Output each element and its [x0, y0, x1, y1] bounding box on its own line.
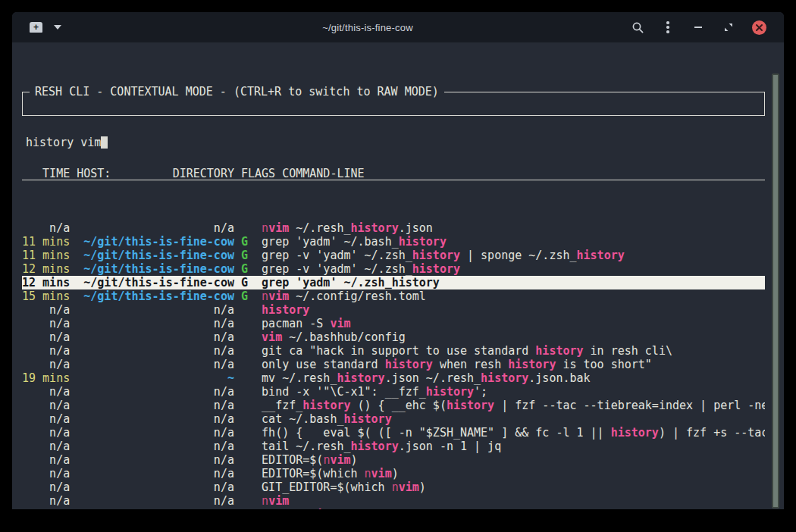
row-directory: n/a — [70, 412, 234, 426]
row-flags — [234, 440, 262, 453]
minimize-button[interactable] — [691, 20, 705, 34]
row-flags: G — [234, 249, 262, 262]
titlebar-right — [602, 20, 784, 35]
row-command-segment: ) — [419, 480, 426, 494]
row-command-segment: history — [337, 371, 384, 385]
row-directory: n/a — [70, 317, 234, 330]
row-time: 12 mins — [22, 262, 70, 276]
row-command-segment: EDITOR=$( — [262, 453, 323, 467]
history-row[interactable]: n/a n/a only use standard history when r… — [22, 358, 765, 371]
restore-button[interactable] — [722, 20, 735, 34]
row-directory: n/a — [70, 385, 234, 399]
row-command-segment: mv ~/.resh_ — [262, 371, 337, 385]
history-row[interactable]: n/a n/a fh() { eval $( ([ -n "$ZSH_NAME"… — [22, 426, 765, 440]
history-row[interactable]: n/a n/a vim ~/.bashhub/config — [22, 330, 765, 344]
row-time: n/a — [22, 385, 70, 399]
row-command-segment: when resh — [433, 358, 508, 371]
history-row[interactable]: 15 mins ~/git/this-is-fine-cow G nvim ~/… — [22, 289, 765, 303]
row-flags — [234, 494, 262, 508]
row-command-segment: ) | fzf +s --tac — [659, 426, 765, 440]
row-command-segment: .json — [399, 221, 433, 235]
history-row[interactable]: n/a n/a nvim ~/.resh_history.json — [22, 221, 765, 235]
row-command-segment: history — [508, 358, 556, 371]
history-row[interactable]: n/a n/a cat ~/.bash_history — [22, 412, 765, 426]
history-row[interactable]: n/a n/a history — [22, 303, 765, 317]
row-command-segment: history — [351, 221, 399, 235]
history-rows: n/a n/a nvim ~/.resh_history.json11 mins… — [22, 221, 765, 509]
row-time: n/a — [22, 453, 70, 467]
row-flags — [234, 412, 262, 426]
history-row[interactable]: 11 mins ~/git/this-is-fine-cow G grep -v… — [22, 249, 765, 262]
minimize-icon — [694, 27, 702, 28]
row-flags — [234, 303, 262, 317]
row-flags — [234, 344, 262, 358]
row-directory: n/a — [70, 426, 234, 440]
history-row[interactable]: n/a n/a __fzf_history () { __ehc $(histo… — [22, 399, 765, 412]
new-tab-icon: + — [30, 22, 42, 33]
history-row[interactable]: n/a n/a GIT_EDITOR=$(which nvim) — [22, 480, 765, 494]
history-row[interactable]: n/a n/a git ca "hack in support to use s… — [22, 344, 765, 358]
row-command-segment: ~/.bashhub/config — [282, 330, 406, 344]
search-box: RESH CLI - CONTEXTUAL MODE - (CTRL+R to … — [22, 92, 765, 116]
row-command-segment: history — [611, 426, 659, 440]
chevron-down-icon[interactable] — [54, 25, 61, 30]
row-flags: G — [234, 289, 262, 303]
row-flags — [234, 371, 262, 385]
row-directory: n/a — [70, 480, 234, 494]
search-button[interactable] — [631, 20, 644, 34]
row-directory: n/a — [70, 453, 234, 467]
row-command-segment: .json -n 1 | jq — [399, 440, 501, 453]
history-row[interactable]: 12 mins ~/git/this-is-fine-cow G grep -v… — [22, 262, 765, 276]
row-directory: n/a — [70, 303, 234, 317]
row-directory: ~ — [70, 371, 234, 385]
row-command-segment: () { __ehc $( — [351, 399, 447, 412]
history-row[interactable]: n/a n/a EDITOR=$(nvim) — [22, 453, 765, 467]
row-time: n/a — [22, 480, 70, 494]
row-time: n/a — [22, 344, 70, 358]
row-command-segment: history — [412, 262, 460, 276]
window-title: ~/git/this-is-fine-cow — [133, 22, 602, 33]
row-flags: G — [234, 262, 262, 276]
row-command-segment: vim — [399, 480, 419, 494]
scrollbar[interactable] — [772, 74, 779, 509]
history-row[interactable]: n/a n/a tail ~/.resh_history.json -n 1 |… — [22, 440, 765, 453]
row-command-segment: n — [365, 467, 371, 480]
search-input[interactable]: history vim — [23, 133, 764, 150]
history-row[interactable]: 11 mins ~/git/this-is-fine-cow G grep 'y… — [22, 235, 765, 249]
close-button[interactable] — [752, 20, 766, 35]
history-row[interactable]: n/a n/a EDITOR=$(which nvim) — [22, 467, 765, 480]
row-directory: n/a — [70, 344, 234, 358]
titlebar: + ~/git/this-is-fine-cow — [12, 12, 784, 42]
row-command-segment: vim — [330, 453, 350, 467]
row-flags — [234, 221, 262, 235]
row-command-segment: grep -v 'yadm' ~/.zsh_ — [262, 249, 412, 262]
row-command-segment: | fzf --tac --tiebreak=index | perl -ne — [494, 399, 765, 412]
row-command-segment: history — [577, 249, 625, 262]
menu-button[interactable] — [661, 20, 675, 34]
row-command-segment: EDITOR=$(which — [262, 467, 364, 480]
row-command-segment: history — [399, 235, 447, 249]
row-command-segment: '; — [474, 385, 487, 399]
text-cursor — [101, 136, 108, 149]
row-directory: ~/git/this-is-fine-cow — [70, 276, 234, 289]
new-tab-button[interactable]: + — [30, 22, 42, 33]
history-row[interactable]: n/a n/a bind -x '"\C-x1": __fzf_history'… — [22, 385, 765, 399]
history-row[interactable]: n/a n/a pacman -S vim — [22, 317, 765, 330]
row-directory: n/a — [70, 508, 234, 509]
row-command-segment: grep 'yadm' ~/.bash_ — [262, 235, 399, 249]
row-command-segment: .json ~/.resh_ — [385, 371, 481, 385]
row-command-segment: grep -v 'yadm' ~/.zsh_ — [262, 262, 412, 276]
row-flags — [234, 330, 262, 344]
history-row[interactable]: n/a n/a nvim — [22, 494, 765, 508]
history-row[interactable]: 19 mins ~ mv ~/.resh_history.json ~/.res… — [22, 371, 765, 385]
row-time: 15 mins — [22, 289, 70, 303]
row-time: 12 mins — [22, 276, 70, 289]
history-row[interactable]: n/a n/a which nvim — [22, 508, 765, 509]
history-row[interactable]: 12 mins ~/git/this-is-fine-cow G grep 'y… — [22, 276, 765, 289]
titlebar-left: + — [12, 22, 133, 33]
row-command-segment: is too short" — [556, 358, 651, 371]
row-command-segment: history — [412, 249, 460, 262]
row-directory: n/a — [70, 494, 234, 508]
row-command-segment: git ca "hack in support to use standard — [262, 344, 535, 358]
row-time: n/a — [22, 494, 70, 508]
